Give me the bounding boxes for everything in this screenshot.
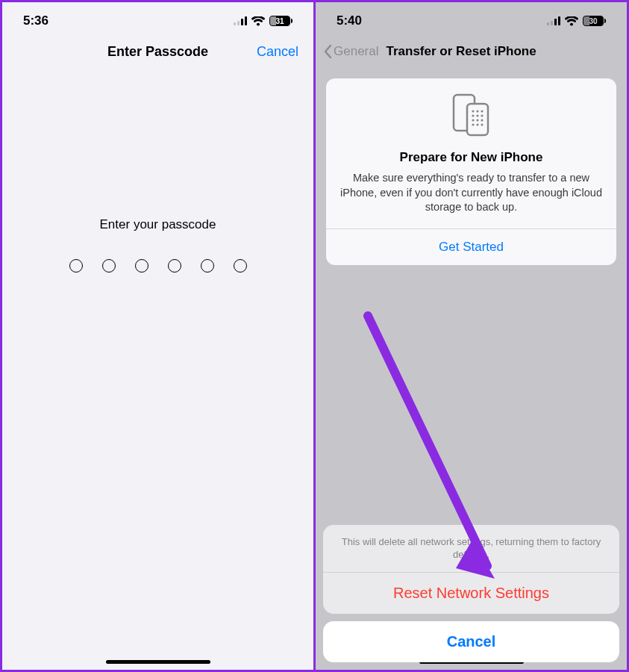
nav-bar: Enter Passcode Cancel: [2, 35, 313, 68]
passcode-prompt: Enter your passcode: [2, 217, 313, 232]
back-label: General: [334, 44, 378, 59]
cancel-button[interactable]: Cancel: [323, 621, 619, 662]
svg-point-2: [472, 110, 474, 112]
home-indicator[interactable]: [106, 660, 210, 664]
passcode-dot: [168, 259, 181, 273]
svg-point-5: [472, 114, 474, 116]
reset-network-settings-button[interactable]: Reset Network Settings: [323, 573, 619, 614]
svg-point-8: [472, 119, 474, 121]
nav-bar: General Transfer or Reset iPhone: [316, 35, 627, 68]
battery-percent: 31: [270, 16, 290, 26]
svg-point-12: [476, 123, 478, 125]
cellular-icon: [234, 16, 247, 25]
card-title: Prepare for New iPhone: [339, 150, 603, 165]
back-button[interactable]: General: [323, 44, 378, 59]
status-time: 5:36: [23, 13, 48, 28]
passcode-area: Enter your passcode: [2, 217, 313, 273]
action-sheet-block: This will delete all network settings, r…: [323, 525, 619, 614]
page-title: Enter Passcode: [107, 44, 208, 60]
svg-point-3: [476, 110, 478, 112]
svg-point-4: [481, 110, 483, 112]
svg-point-9: [476, 119, 478, 121]
passcode-dot: [234, 259, 247, 273]
wifi-icon: [251, 16, 265, 26]
action-sheet: This will delete all network settings, r…: [323, 525, 619, 662]
svg-point-13: [481, 123, 483, 125]
devices-icon: [449, 93, 494, 140]
chevron-left-icon: [323, 44, 332, 59]
passcode-dot: [69, 259, 83, 273]
get-started-button[interactable]: Get Started: [339, 229, 603, 265]
svg-point-10: [481, 119, 483, 121]
passcode-dots[interactable]: [2, 259, 313, 273]
phone-right: 5:40 30 General: [316, 2, 627, 670]
card-description: Make sure everything's ready to transfer…: [339, 171, 603, 215]
svg-point-7: [481, 114, 483, 116]
page-title: Transfer or Reset iPhone: [386, 44, 536, 59]
svg-point-11: [472, 123, 474, 125]
phone-left: 5:36 31 Enter Passcode Cancel: [2, 2, 316, 670]
battery-icon: 31: [269, 16, 292, 26]
status-indicators: 31: [234, 16, 292, 26]
cancel-button[interactable]: Cancel: [257, 44, 298, 60]
passcode-dot: [201, 259, 214, 273]
passcode-dot: [135, 259, 148, 273]
prepare-card: Prepare for New iPhone Make sure everyth…: [326, 78, 616, 265]
status-bar: 5:36 31: [2, 2, 313, 35]
sheet-message: This will delete all network settings, r…: [323, 525, 619, 572]
passcode-dot: [102, 259, 116, 273]
svg-point-6: [476, 114, 478, 116]
